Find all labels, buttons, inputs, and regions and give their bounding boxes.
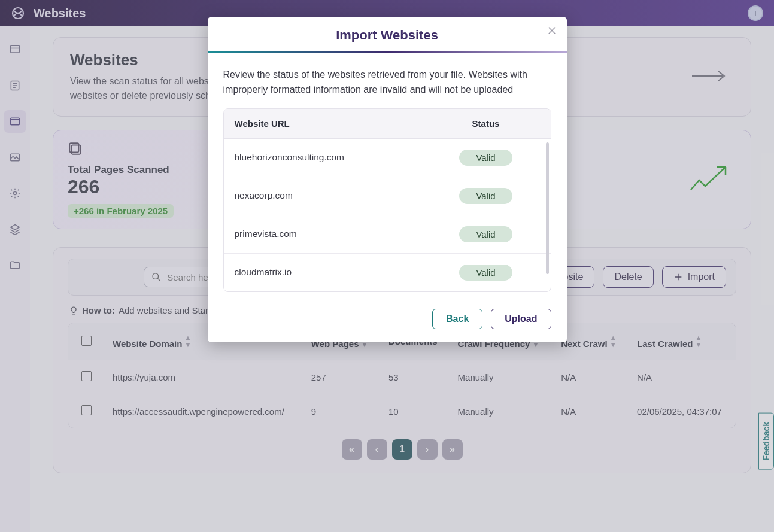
- review-row: cloudmatrix.ioValid: [224, 254, 551, 291]
- modal-title: Import Websites: [222, 28, 553, 43]
- review-rows[interactable]: bluehorizonconsulting.comValidnexacorp.c…: [224, 139, 551, 291]
- close-icon[interactable]: [547, 25, 557, 38]
- review-row: nexacorp.comValid: [224, 177, 551, 215]
- modal-header: Import Websites: [208, 17, 567, 51]
- review-url: bluehorizonconsulting.com: [235, 152, 432, 163]
- modal-footer: Back Upload: [208, 298, 567, 342]
- status-badge: Valid: [459, 188, 512, 204]
- import-modal: Import Websites Review the status of the…: [208, 17, 567, 342]
- review-row: bluehorizonconsulting.comValid: [224, 139, 551, 177]
- review-table: Website URL Status bluehorizonconsulting…: [223, 108, 551, 292]
- scroll-thumb[interactable]: [546, 142, 549, 274]
- status-badge: Valid: [459, 150, 512, 166]
- upload-button[interactable]: Upload: [491, 309, 551, 329]
- back-button[interactable]: Back: [432, 309, 482, 329]
- review-url: nexacorp.com: [235, 190, 432, 201]
- status-badge: Valid: [459, 226, 512, 242]
- modal-body: Review the status of the websites retrie…: [208, 53, 567, 298]
- col-url: Website URL: [235, 118, 432, 129]
- review-url: cloudmatrix.io: [235, 267, 432, 278]
- review-row: primevista.comValid: [224, 215, 551, 254]
- status-badge: Valid: [459, 265, 512, 281]
- col-status: Status: [432, 118, 540, 129]
- review-url: primevista.com: [235, 229, 432, 239]
- review-head: Website URL Status: [224, 109, 551, 139]
- modal-description: Review the status of the websites retrie…: [223, 68, 551, 98]
